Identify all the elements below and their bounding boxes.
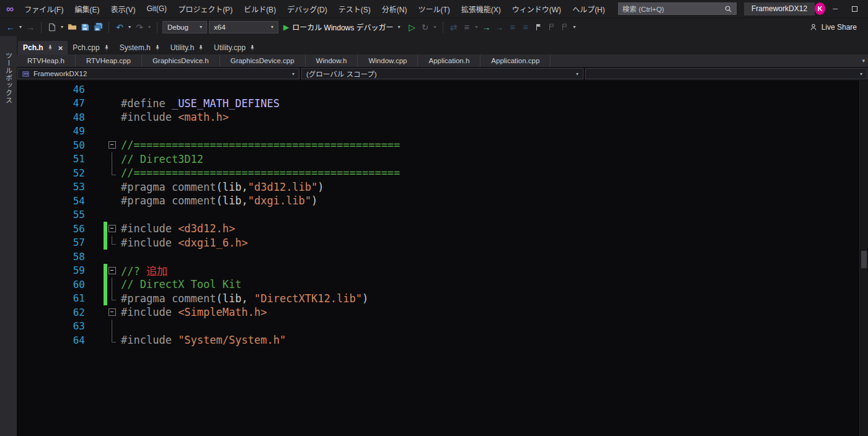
- code-line[interactable]: 57#include <dxgi1_6.h>: [17, 236, 868, 250]
- user-avatar[interactable]: K: [815, 2, 825, 15]
- new-file-dropdown-icon[interactable]: ▾: [60, 24, 64, 30]
- pin-icon[interactable]: [154, 45, 161, 51]
- pin-icon[interactable]: [249, 45, 255, 51]
- live-share-button[interactable]: Live Share: [803, 23, 863, 32]
- pin-icon[interactable]: [104, 45, 110, 51]
- document-tab[interactable]: System.h: [115, 41, 166, 54]
- code-line[interactable]: 52//====================================…: [17, 166, 868, 180]
- document-tab[interactable]: Application.h: [418, 54, 480, 67]
- menu-item[interactable]: デバッグ(D): [281, 0, 333, 17]
- code-line[interactable]: 50//====================================…: [17, 138, 868, 152]
- document-tab[interactable]: GraphicsDevice.h: [142, 54, 220, 67]
- pin-icon[interactable]: [198, 45, 204, 51]
- member-dropdown[interactable]: ▾: [585, 68, 867, 79]
- window-switch-icon[interactable]: ⇄: [448, 21, 459, 33]
- search-input[interactable]: 検索 (Ctrl+Q): [618, 2, 737, 15]
- undo-icon[interactable]: ↶: [114, 21, 125, 33]
- menu-item[interactable]: プロジェクト(P): [172, 0, 238, 17]
- document-tab[interactable]: Pch.h×: [18, 41, 68, 54]
- fold-toggle-icon[interactable]: [107, 305, 117, 320]
- line-number[interactable]: 53: [17, 181, 85, 193]
- document-tab[interactable]: Application.cpp: [480, 54, 551, 67]
- force-run-to-cursor-icon[interactable]: →: [494, 21, 505, 33]
- navigate-forward-code-icon[interactable]: ≡: [520, 21, 531, 33]
- line-number[interactable]: 60: [17, 279, 85, 290]
- line-number[interactable]: 56: [17, 223, 85, 235]
- code-line[interactable]: 56#include <d3d12.h>: [17, 222, 868, 236]
- toolbar-overflow-icon[interactable]: ▾: [572, 24, 577, 30]
- restore-button[interactable]: [845, 0, 864, 17]
- menu-item[interactable]: Git(G): [141, 0, 172, 17]
- undo-dropdown-icon[interactable]: ▾: [127, 24, 132, 30]
- line-number[interactable]: 46: [17, 84, 85, 95]
- document-tab[interactable]: Window.cpp: [358, 54, 418, 67]
- chevron-down-icon[interactable]: ▾: [862, 58, 865, 64]
- menu-item[interactable]: 編集(E): [69, 0, 105, 17]
- line-number[interactable]: 63: [17, 320, 85, 332]
- previous-bookmark-icon[interactable]: [546, 21, 557, 33]
- document-tab[interactable]: Pch.cpp: [68, 41, 114, 54]
- menu-item[interactable]: テスト(S): [333, 0, 376, 17]
- fold-toggle-icon[interactable]: [107, 222, 117, 236]
- code-editor[interactable]: 4647#define _USE_MATH_DEFINES48#include …: [17, 81, 868, 436]
- solution-name-badge[interactable]: FrameworkDX12: [744, 2, 815, 15]
- close-icon[interactable]: ×: [58, 44, 63, 52]
- code-line[interactable]: 63: [17, 320, 868, 334]
- line-number[interactable]: 49: [17, 125, 85, 137]
- document-tab[interactable]: Utility.cpp: [209, 41, 260, 54]
- document-tab[interactable]: RTVHeap.h: [17, 54, 76, 67]
- project-dropdown[interactable]: FrameworkDX12 ▾: [17, 68, 299, 79]
- line-number[interactable]: 57: [17, 237, 85, 248]
- line-number[interactable]: 50: [17, 139, 85, 151]
- code-line[interactable]: 51// Direct3D12: [17, 152, 868, 167]
- code-line[interactable]: 54#pragma comment(lib,"dxgi.lib"): [17, 194, 868, 208]
- line-number[interactable]: 54: [17, 195, 85, 207]
- line-number[interactable]: 61: [17, 292, 85, 304]
- start-debugging-button[interactable]: ▶ ローカル Windows デバッガー ▾: [280, 22, 405, 32]
- menu-item[interactable]: ファイル(F): [19, 0, 69, 17]
- navigate-forward-icon[interactable]: →: [25, 21, 36, 33]
- menu-item[interactable]: ビルド(B): [238, 0, 281, 17]
- output-list-dropdown-icon[interactable]: ▾: [474, 24, 479, 30]
- code-line[interactable]: 61#pragma comment(lib, "DirectXTK12.lib"…: [17, 292, 868, 306]
- code-line[interactable]: 49: [17, 124, 868, 139]
- configuration-dropdown[interactable]: Debug ▾: [162, 21, 207, 33]
- redo-dropdown-icon[interactable]: ▾: [147, 24, 152, 30]
- hot-reload-dropdown-icon[interactable]: ▾: [433, 24, 438, 30]
- line-number[interactable]: 48: [17, 111, 85, 123]
- code-line[interactable]: 60// DirectX Tool Kit: [17, 277, 868, 292]
- line-number[interactable]: 58: [17, 251, 85, 263]
- menu-item[interactable]: ウィンドウ(W): [507, 0, 567, 17]
- code-line[interactable]: 55: [17, 208, 868, 222]
- scope-dropdown[interactable]: (グローバル スコープ) ▾: [301, 68, 583, 79]
- output-list-icon[interactable]: ≡: [461, 21, 472, 33]
- navigate-back-dropdown-icon[interactable]: ▾: [18, 24, 23, 30]
- save-all-icon[interactable]: [92, 21, 104, 33]
- document-tab[interactable]: Utility.h: [166, 41, 209, 54]
- code-line[interactable]: 64#include "System/System.h": [17, 333, 868, 347]
- document-tab[interactable]: GraphicsDevice.cpp: [220, 54, 306, 67]
- scrollbar-thumb[interactable]: [861, 251, 867, 268]
- hot-reload-icon[interactable]: ↻: [420, 21, 431, 33]
- save-icon[interactable]: [79, 21, 91, 33]
- menu-item[interactable]: 表示(V): [105, 0, 141, 17]
- start-without-debugging-icon[interactable]: ▷: [407, 21, 418, 33]
- navigate-back-icon[interactable]: ←: [5, 21, 16, 33]
- navigate-backward-code-icon[interactable]: ≡: [507, 21, 518, 33]
- code-line[interactable]: 47#define _USE_MATH_DEFINES: [17, 97, 868, 111]
- menu-item[interactable]: 分析(N): [376, 0, 413, 17]
- toolbox-panel-tab[interactable]: ツールボックス: [0, 36, 17, 436]
- document-tab[interactable]: RTVHeap.cpp: [76, 54, 142, 67]
- code-line[interactable]: 59//? 追加: [17, 264, 868, 278]
- fold-toggle-icon[interactable]: [107, 264, 117, 278]
- line-number[interactable]: 52: [17, 167, 85, 179]
- new-file-icon[interactable]: [46, 21, 58, 33]
- redo-icon[interactable]: ↷: [134, 21, 145, 33]
- code-line[interactable]: 62#include <SimpleMath.h>: [17, 305, 868, 320]
- line-number[interactable]: 59: [17, 264, 85, 276]
- menu-item[interactable]: ツール(T): [412, 0, 455, 17]
- code-line[interactable]: 58: [17, 250, 868, 264]
- bookmark-icon[interactable]: [533, 21, 544, 33]
- next-bookmark-icon[interactable]: [559, 21, 570, 33]
- menu-item[interactable]: ヘルプ(H): [567, 0, 611, 17]
